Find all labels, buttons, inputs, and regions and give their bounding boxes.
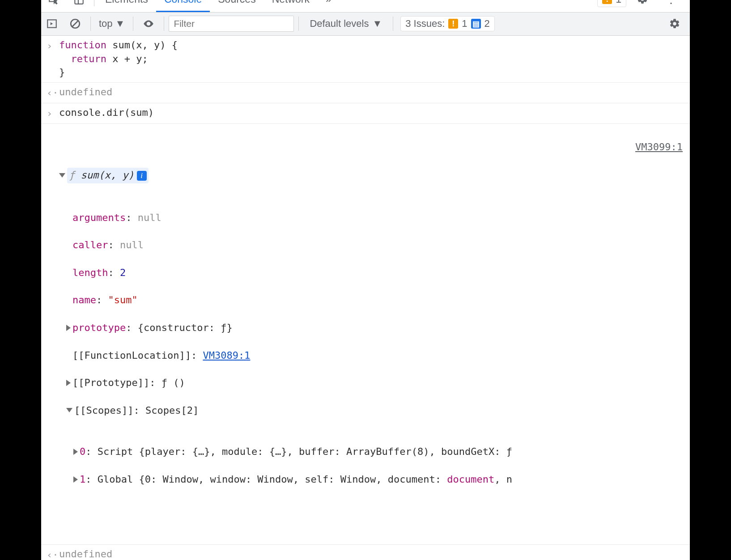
svg-line-5 <box>72 21 78 27</box>
divider <box>133 17 133 31</box>
tab-network[interactable]: Network <box>264 0 318 12</box>
console-input-entry: › console.dir(sum) <box>41 103 690 124</box>
output-marker-icon: ‹· <box>47 547 59 560</box>
warn-count: 1 <box>462 18 467 30</box>
settings-gear-icon[interactable] <box>630 0 655 12</box>
code-block: function sum(x, y) { return x + y; } <box>59 38 684 80</box>
devtools-window: DevTools - www.google.com/ Elements Cons… <box>41 0 690 560</box>
console-settings-gear-icon[interactable] <box>664 13 685 34</box>
levels-label: Default levels <box>310 18 369 30</box>
console-output: › function sum(x, y) { return x + y; } ‹… <box>41 36 690 560</box>
issues-label: 3 Issues: <box>405 18 445 30</box>
console-dir-output: VM3099:1 ƒ sum(x, y)i arguments: null ca… <box>41 124 690 545</box>
expand-arrow-icon <box>59 173 65 178</box>
warning-count: 1 <box>616 0 621 5</box>
kebab-menu-icon[interactable]: ⋮ <box>659 0 684 12</box>
warning-icon: ! <box>448 19 458 29</box>
object-tree: VM3099:1 ƒ sum(x, y)i arguments: null ca… <box>59 127 684 542</box>
expand-arrow-icon <box>66 325 71 331</box>
filter-input[interactable] <box>169 16 294 32</box>
more-tabs-button[interactable]: » <box>318 0 340 12</box>
console-toolbar: top ▼ Default levels ▼ 3 Issues: ! 1 ▤ 2 <box>41 13 690 36</box>
tab-label: Sources <box>218 0 255 5</box>
result-undefined: undefined <box>59 85 684 99</box>
result-undefined: undefined <box>59 547 684 560</box>
input-marker-icon: › <box>47 106 59 121</box>
warning-icon: ! <box>602 0 612 4</box>
log-levels-selector[interactable]: Default levels ▼ <box>303 18 388 30</box>
divider <box>164 17 164 31</box>
expand-arrow-icon <box>73 449 78 455</box>
function-location-link[interactable]: VM3089:1 <box>203 349 250 363</box>
info-badge-icon[interactable]: i <box>137 171 147 181</box>
info-icon: ▤ <box>471 19 481 29</box>
tab-console[interactable]: Console <box>156 0 210 12</box>
prop-row[interactable]: prototype: {constructor: ƒ} <box>66 321 684 335</box>
divider <box>90 17 91 31</box>
prop-row[interactable]: caller: null <box>66 238 684 252</box>
console-result-entry: ‹· undefined <box>41 83 690 103</box>
dropdown-icon: ▼ <box>372 18 382 30</box>
device-toggle-icon[interactable] <box>66 0 91 12</box>
prop-row[interactable]: name: "sum" <box>66 293 684 307</box>
source-link[interactable]: VM3099:1 <box>635 140 684 154</box>
dropdown-icon: ▼ <box>115 18 125 30</box>
svg-rect-2 <box>78 0 83 4</box>
divider <box>393 17 393 31</box>
prop-row[interactable]: [[FunctionLocation]]: VM3089:1 <box>66 349 684 363</box>
inspect-element-icon[interactable] <box>41 0 66 12</box>
context-selector[interactable]: top ▼ <box>95 16 128 31</box>
input-marker-icon: › <box>47 38 59 53</box>
main-tabs: Elements Console Sources Network » ! 1 ⋮ <box>41 0 690 13</box>
tab-label: Console <box>164 0 202 5</box>
divider <box>94 0 94 6</box>
tab-sources[interactable]: Sources <box>210 0 264 12</box>
output-marker-icon <box>47 127 59 127</box>
console-result-entry: ‹· undefined <box>41 545 690 560</box>
expand-arrow-icon <box>73 476 78 483</box>
warnings-badge[interactable]: ! 1 <box>597 0 626 7</box>
info-count: 2 <box>484 18 490 30</box>
clear-console-icon[interactable] <box>64 13 86 34</box>
toggle-sidebar-icon[interactable] <box>41 13 63 34</box>
prop-row[interactable]: length: 2 <box>66 266 684 280</box>
scope-row[interactable]: 1: Global {0: Window, window: Window, se… <box>73 473 684 487</box>
divider <box>298 17 299 31</box>
prop-row[interactable]: arguments: null <box>66 211 684 225</box>
prop-row[interactable]: [[Prototype]]: ƒ () <box>66 376 684 390</box>
context-label: top <box>99 18 113 30</box>
prop-row[interactable]: [[Scopes]]: Scopes[2] <box>66 404 684 418</box>
code-line: console.dir(sum) <box>59 106 684 120</box>
output-marker-icon: ‹· <box>47 85 59 100</box>
expand-arrow-icon <box>66 380 71 386</box>
function-header-row[interactable]: ƒ sum(x, y)i <box>59 168 684 183</box>
tab-label: Network <box>272 0 310 5</box>
console-input-entry: › function sum(x, y) { return x + y; } <box>41 36 690 83</box>
tab-elements[interactable]: Elements <box>97 0 156 12</box>
expand-arrow-icon <box>66 408 72 412</box>
live-expression-icon[interactable] <box>138 13 159 34</box>
issues-badge[interactable]: 3 Issues: ! 1 ▤ 2 <box>400 16 495 31</box>
scope-row[interactable]: 0: Script {player: {…}, module: {…}, buf… <box>73 445 684 459</box>
tab-label: Elements <box>105 0 148 5</box>
